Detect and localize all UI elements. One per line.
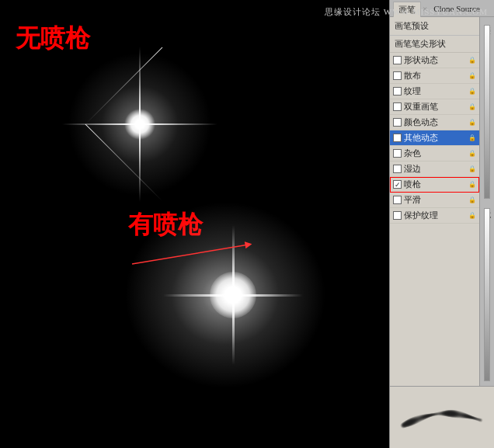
- opacity-slider[interactable]: [484, 25, 490, 199]
- svg-line-1: [132, 245, 249, 264]
- panel-item-smoothing[interactable]: 平滑🔒: [390, 193, 479, 208]
- panel-item-scatter[interactable]: 散布🔒: [390, 68, 479, 84]
- lock-icon-wet-edges: 🔒: [468, 165, 476, 172]
- checkbox-protect-texture[interactable]: [393, 211, 402, 220]
- panel-item-other-dynamics[interactable]: 其他动态🔒: [390, 130, 479, 146]
- panel-right-sliders: 不透 流量: [480, 17, 494, 386]
- label-shape-dynamics: 形状动态: [404, 54, 438, 66]
- panel-item-noise[interactable]: 杂色🔒: [390, 146, 479, 161]
- tip-shape-header: 画笔笔尖形状: [390, 36, 479, 53]
- label-noise: 杂色: [404, 148, 421, 159]
- label-protect-texture: 保护纹理: [404, 210, 438, 221]
- glow-core: [124, 109, 155, 140]
- checkbox-other-dynamics[interactable]: [393, 134, 402, 142]
- lock-icon-other-dynamics: 🔒: [468, 134, 476, 141]
- panel-list: 画笔预设 画笔笔尖形状 形状动态🔒散布🔒纹理🔒双重画笔🔒颜色动态🔒其他动态🔒杂色…: [390, 17, 480, 386]
- label-color-dynamics: 颜色动态: [404, 116, 438, 128]
- preset-header: 画笔预设: [390, 17, 479, 36]
- label-other-dynamics: 其他动态: [404, 132, 438, 144]
- lock-icon-airbrush: 🔒: [468, 181, 476, 188]
- panel: 画笔 × Clone Source 画笔预设 画笔笔尖形状 形状动态🔒散布🔒纹理…: [389, 0, 494, 448]
- brush-stroke-canvas: [395, 394, 489, 441]
- label-smoothing: 平滑: [404, 194, 421, 206]
- panel-body: 画笔预设 画笔笔尖形状 形状动态🔒散布🔒纹理🔒双重画笔🔒颜色动态🔒其他动态🔒杂色…: [390, 17, 494, 386]
- lock-icon-scatter: 🔒: [468, 72, 476, 79]
- checkbox-scatter[interactable]: [393, 71, 402, 80]
- ray-diagonal-1: [85, 124, 163, 202]
- panel-item-shape-dynamics[interactable]: 形状动态🔒: [390, 53, 479, 68]
- canvas-area: 无喷枪 有喷枪: [0, 0, 396, 448]
- checkbox-shape-dynamics[interactable]: [393, 56, 402, 64]
- panel-item-color-dynamics[interactable]: 颜色动态🔒: [390, 115, 479, 130]
- checkbox-dual-brush[interactable]: [393, 102, 402, 111]
- panel-item-wet-edges[interactable]: 湿边🔒: [390, 161, 479, 177]
- brush-preview: [390, 386, 494, 448]
- panel-item-dual-brush[interactable]: 双重画笔🔒: [390, 99, 479, 115]
- label-dual-brush: 双重画笔: [404, 101, 438, 113]
- star-top: [62, 47, 217, 202]
- panel-item-texture[interactable]: 纹理🔒: [390, 84, 479, 99]
- lock-icon-dual-brush: 🔒: [468, 103, 476, 110]
- lock-icon-smoothing: 🔒: [468, 196, 476, 203]
- lock-icon-shape-dynamics: 🔒: [468, 57, 476, 64]
- flow-slider[interactable]: [484, 208, 490, 382]
- label-texture: 纹理: [404, 85, 421, 97]
- checkbox-noise[interactable]: [393, 149, 402, 158]
- checkbox-airbrush[interactable]: [393, 180, 402, 189]
- lock-icon-noise: 🔒: [468, 150, 476, 157]
- label-airbrush: 喷枪: [404, 179, 421, 190]
- panel-content: 画笔预设 画笔笔尖形状 形状动态🔒散布🔒纹理🔒双重画笔🔒颜色动态🔒其他动态🔒杂色…: [390, 17, 494, 448]
- panel-items-container: 形状动态🔒散布🔒纹理🔒双重画笔🔒颜色动态🔒其他动态🔒杂色🔒湿边🔒喷枪🔒平滑🔒保护…: [390, 53, 479, 224]
- arrow-indicator: [124, 241, 280, 280]
- checkbox-color-dynamics[interactable]: [393, 118, 402, 127]
- checkbox-texture[interactable]: [393, 87, 402, 96]
- label-wet-edges: 湿边: [404, 163, 421, 175]
- panel-item-protect-texture[interactable]: 保护纹理🔒: [390, 208, 479, 224]
- panel-item-airbrush[interactable]: 喷枪🔒: [390, 177, 479, 193]
- watermark-text: 思缘设计论坛 WWW.MISSYUAN.COM: [325, 6, 488, 18]
- lock-icon-color-dynamics: 🔒: [468, 119, 476, 126]
- lock-icon-texture: 🔒: [468, 88, 476, 95]
- checkbox-smoothing[interactable]: [393, 196, 402, 204]
- checkbox-wet-edges[interactable]: [393, 165, 402, 173]
- label-scatter: 散布: [404, 70, 421, 82]
- lock-icon-protect-texture: 🔒: [468, 212, 476, 219]
